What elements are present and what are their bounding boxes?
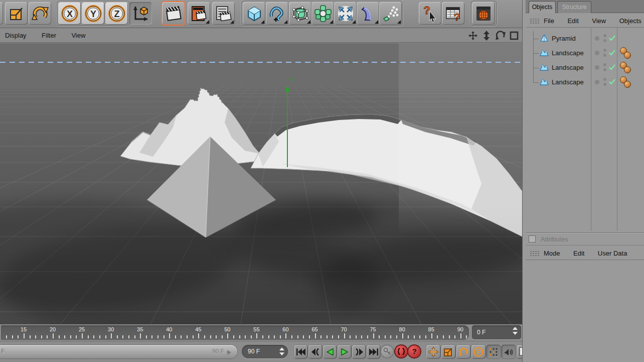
scene-objects-button[interactable]: [357, 2, 379, 25]
ruler-tick: [146, 335, 147, 338]
render-visibility-dot[interactable]: [603, 78, 606, 81]
zoom-view-icon[interactable]: [481, 30, 493, 41]
timeline-ruler[interactable]: 15202530354045505560657075808590: [1, 325, 469, 340]
render-visibility-dot[interactable]: [603, 34, 606, 37]
render-visibility-dot[interactable]: [603, 54, 606, 57]
render-visibility-dot[interactable]: [603, 49, 606, 52]
editor-visibility-dot[interactable]: [595, 51, 599, 55]
panel-divider[interactable]: [522, 0, 526, 362]
preview-range-slider[interactable]: F 90 F: [0, 345, 237, 358]
ruler-tick: [41, 335, 42, 338]
maximize-view-icon[interactable]: [509, 30, 520, 41]
context-help-button[interactable]: ?: [419, 2, 441, 25]
end-frame-field[interactable]: 90 F: [242, 345, 288, 358]
end-frame-spinner[interactable]: [279, 347, 284, 355]
play-forward-button[interactable]: [338, 345, 351, 358]
current-frame-field[interactable]: 0 F: [472, 325, 521, 339]
key-scale-button[interactable]: [441, 345, 455, 358]
editor-visibility-dot[interactable]: [595, 80, 599, 84]
nurbs-generator-button[interactable]: [289, 2, 311, 25]
menu-filter[interactable]: Filter: [42, 29, 56, 39]
left-column: X Y Z: [0, 0, 522, 362]
move-tool-button[interactable]: [0, 2, 3, 25]
record-question-button[interactable]: ?: [408, 345, 420, 357]
rotate-view-icon[interactable]: [495, 30, 507, 41]
objects-menu-edit[interactable]: Edit: [567, 14, 578, 25]
enabled-check-icon[interactable]: [609, 79, 615, 85]
goto-end-button[interactable]: [367, 345, 380, 358]
texture-tags[interactable]: [619, 75, 632, 91]
primitive-cube-button[interactable]: [243, 2, 265, 25]
particles-button[interactable]: [379, 2, 402, 25]
menu-display[interactable]: Display: [5, 29, 27, 39]
prev-key-button[interactable]: [308, 345, 322, 358]
key-point-level-button[interactable]: [487, 345, 501, 358]
key-parameter-button[interactable]: P: [471, 345, 486, 358]
scale-tool-button[interactable]: [5, 2, 28, 25]
ruler-tick: [140, 333, 141, 338]
objects-menu-view[interactable]: View: [592, 14, 606, 25]
tab-structure[interactable]: Structure: [557, 1, 591, 13]
render-view-button[interactable]: [162, 2, 185, 25]
ruler-tick: [53, 333, 54, 338]
menu-view[interactable]: View: [71, 29, 85, 39]
editor-visibility-dot[interactable]: [595, 36, 599, 41]
object-row-landscape[interactable]: Landscape: [526, 46, 644, 60]
render-settings-button[interactable]: [212, 2, 235, 25]
x-axis-lock-button[interactable]: X: [58, 2, 81, 25]
sound-button[interactable]: [502, 345, 516, 358]
tree-line: [533, 68, 539, 68]
3d-viewport[interactable]: Y: [0, 43, 522, 324]
render-preview-button[interactable]: [517, 345, 522, 358]
editor-visibility-dot[interactable]: [595, 65, 599, 70]
record-key-button[interactable]: [381, 345, 393, 357]
texture-tags[interactable]: [619, 61, 632, 76]
enabled-check-icon[interactable]: [609, 64, 615, 70]
ruler-frame-label: 65: [311, 326, 317, 332]
panel-grip-icon[interactable]: [530, 18, 540, 25]
rotate-tool-button[interactable]: [29, 2, 51, 25]
deformer-button[interactable]: [334, 2, 357, 25]
tab-objects[interactable]: Objects: [529, 1, 556, 13]
attributes-lock-checkbox[interactable]: [529, 235, 536, 243]
pan-view-icon[interactable]: [467, 30, 479, 41]
attr-menu-userdata[interactable]: User Data: [598, 246, 627, 257]
object-row-landscape[interactable]: Landscape: [526, 60, 644, 75]
z-axis-lock-button[interactable]: Z: [105, 2, 128, 25]
ruler-tick: [280, 335, 281, 338]
ruler-tick: [128, 335, 129, 338]
render-visibility-dot[interactable]: [603, 83, 606, 86]
panel-tabbar: Objects Structure: [526, 0, 644, 13]
autokey-button[interactable]: [395, 345, 407, 357]
objects-menu-objects[interactable]: Objects: [619, 14, 641, 25]
enabled-check-icon[interactable]: [609, 35, 615, 41]
render-picture-viewer-button[interactable]: [188, 2, 210, 25]
next-key-button[interactable]: [352, 345, 366, 358]
y-axis-lock-button[interactable]: Y: [82, 2, 104, 25]
modeling-objects-button[interactable]: [311, 2, 334, 25]
key-position-button[interactable]: [426, 345, 440, 358]
panel-grip-icon[interactable]: [530, 251, 540, 257]
content-browser-button[interactable]: [472, 2, 495, 25]
render-visibility-dot[interactable]: [603, 68, 606, 71]
attr-menu-edit[interactable]: Edit: [573, 246, 584, 257]
coordinate-system-button[interactable]: [129, 2, 152, 25]
enabled-check-icon[interactable]: [609, 50, 615, 56]
ruler-tick: [425, 335, 426, 338]
play-backward-button[interactable]: [323, 345, 337, 358]
goto-start-button[interactable]: [294, 345, 307, 358]
ruler-tick: [47, 335, 48, 338]
texture-tags[interactable]: [619, 46, 632, 62]
object-row-landscape[interactable]: Landscape: [526, 75, 644, 89]
command-help-button[interactable]: ?: [442, 2, 464, 25]
render-visibility-dot[interactable]: [603, 63, 606, 66]
spline-tool-button[interactable]: [266, 2, 288, 25]
ruler-tick: [59, 335, 60, 338]
frame-spinner[interactable]: [513, 327, 518, 335]
render-visibility-dot[interactable]: [603, 39, 606, 42]
ruler-tick: [18, 335, 19, 338]
object-row-pyramid[interactable]: Pyramid: [526, 31, 644, 46]
objects-menu-file[interactable]: File: [544, 14, 554, 25]
attr-menu-mode[interactable]: Mode: [544, 246, 560, 257]
key-rotation-button[interactable]: [456, 345, 470, 358]
